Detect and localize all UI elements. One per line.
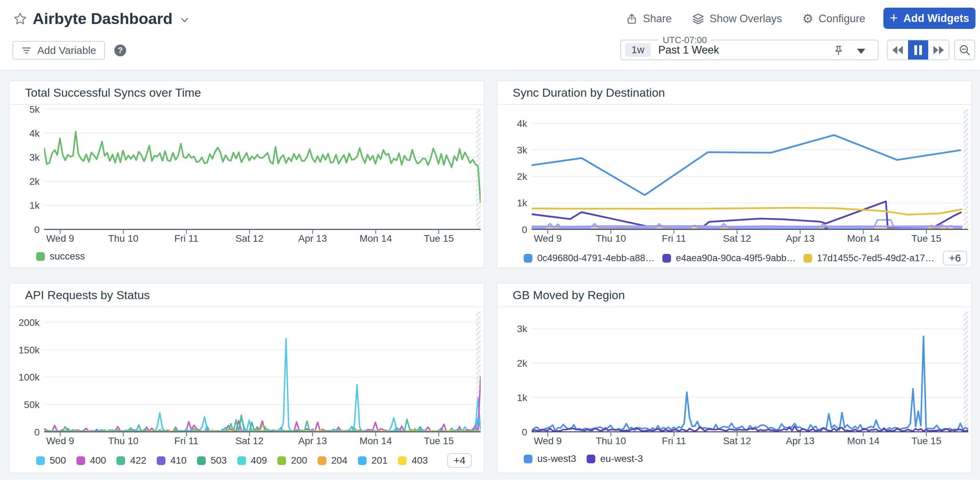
legend-swatch — [398, 456, 407, 465]
y-tick-label: 2k — [517, 358, 528, 369]
y-tick-label: 4k — [517, 118, 528, 129]
legend-item[interactable]: 409 — [237, 455, 267, 466]
series-line — [44, 339, 480, 432]
x-tick-label: Fri 11 — [662, 435, 686, 446]
series-line — [44, 132, 480, 203]
total-successful-syncs-chart[interactable]: 01k2k3k4k5kWed 9Thu 10Fri 11Sat 12Apr 13… — [10, 105, 485, 269]
y-tick-label: 3k — [517, 145, 528, 155]
legend-item[interactable]: 400 — [76, 455, 107, 466]
x-tick-label: Thu 10 — [596, 233, 626, 244]
legend-item[interactable]: 500 — [36, 455, 66, 466]
legend-label: e4aea90a-90ca-49f5-9abb… — [676, 253, 796, 264]
legend-swatch — [662, 254, 671, 263]
legend-item[interactable]: us-west3 — [524, 453, 576, 464]
legend-label: us-west3 — [537, 453, 576, 464]
legend-swatch — [157, 456, 165, 465]
configure-button[interactable]: ⚙ Configure — [802, 13, 865, 25]
legend-item[interactable]: 200 — [277, 455, 307, 466]
sync-duration-legend: 0c49680d-4791-4ebb-a88…e4aea90a-90ca-49f… — [497, 251, 971, 265]
legend-more-badge[interactable]: +4 — [447, 453, 472, 468]
x-tick-label: Wed 9 — [46, 435, 74, 446]
zoom-out-button[interactable] — [954, 40, 975, 60]
x-tick-label: Mon 14 — [360, 233, 391, 244]
x-tick-label: Tue 15 — [912, 233, 942, 244]
chevron-down-icon[interactable] — [180, 15, 189, 25]
legend-swatch — [524, 454, 532, 463]
add-widgets-label: Add Widgets — [904, 12, 969, 25]
legend-label: 0c49680d-4791-4ebb-a88… — [537, 253, 655, 264]
legend-item[interactable]: 410 — [157, 455, 187, 466]
widget-total-successful-syncs: Total Successful Syncs over Time 01k2k3k… — [9, 80, 484, 268]
legend-label: 403 — [412, 455, 428, 466]
x-tick-label: Thu 10 — [108, 233, 138, 244]
incomplete-data-hatch — [964, 109, 968, 230]
legend-item[interactable]: 17d1455c-7ed5-49d2-a17… — [803, 253, 934, 264]
legend-item[interactable]: success — [36, 251, 85, 262]
legend-label: 422 — [130, 455, 146, 466]
fast-forward-icon — [933, 45, 945, 55]
add-variable-label: Add Variable — [37, 45, 96, 56]
y-tick-label: 100k — [18, 372, 40, 383]
legend-item[interactable]: 204 — [318, 455, 347, 466]
pin-icon[interactable] — [833, 45, 845, 56]
x-tick-label: Apr 13 — [298, 435, 327, 446]
gb-moved-chart[interactable]: 01k2k3kWed 9Thu 10Fri 11Sat 12Apr 13Mon … — [497, 308, 973, 474]
share-button[interactable]: Share — [626, 13, 672, 25]
rewind-icon — [892, 45, 904, 55]
legend-label: 201 — [372, 455, 388, 466]
fast-forward-button[interactable] — [928, 40, 949, 59]
zoom-out-icon — [958, 44, 971, 56]
y-tick-label: 1k — [517, 198, 528, 208]
y-tick-label: 2k — [517, 171, 528, 182]
x-tick-label: Sat 12 — [235, 233, 263, 244]
widget-api-requests-by-status: API Requests by Status 050k100k150k200kW… — [9, 283, 484, 474]
legend-item[interactable]: 503 — [197, 455, 227, 466]
y-tick-label: 0 — [34, 427, 40, 438]
y-tick-label: 200k — [18, 317, 40, 328]
sync-duration-chart[interactable]: 01k2k3k4kWed 9Thu 10Fri 11Sat 12Apr 13Mo… — [497, 105, 973, 269]
legend-more-badge[interactable]: +6 — [943, 251, 967, 265]
legend-item[interactable]: 403 — [398, 455, 428, 466]
time-range-picker[interactable]: UTC-07:00 1w Past 1 Week — [620, 40, 878, 60]
x-tick-label: Apr 13 — [786, 435, 815, 446]
add-widgets-button[interactable]: + Add Widgets — [883, 8, 975, 29]
x-tick-label: Fri 11 — [662, 233, 686, 244]
show-overlays-button[interactable]: Show Overlays — [692, 13, 782, 25]
y-tick-label: 5k — [29, 105, 40, 115]
legend-item[interactable]: 422 — [116, 455, 146, 466]
y-tick-label: 0 — [34, 224, 40, 235]
legend-label: 204 — [331, 455, 347, 466]
legend-label: 409 — [251, 455, 267, 466]
rewind-button[interactable] — [888, 40, 908, 59]
star-icon[interactable] — [13, 12, 27, 26]
y-tick-label: 2k — [29, 176, 40, 187]
pause-icon — [914, 45, 923, 55]
add-variable-button[interactable]: Add Variable — [13, 41, 105, 59]
show-overlays-label: Show Overlays — [710, 13, 782, 25]
legend-item[interactable]: 201 — [358, 455, 388, 466]
dashboard-page: Airbyte Dashboard Add Variable ? Share — [0, 0, 980, 480]
legend-label: 400 — [90, 455, 107, 466]
api-requests-chart[interactable]: 050k100k150k200kWed 9Thu 10Fri 11Sat 12A… — [10, 308, 485, 474]
legend-swatch — [36, 252, 45, 261]
legend-label: 410 — [170, 455, 187, 466]
dashboard-title-row: Airbyte Dashboard — [13, 8, 189, 30]
x-tick-label: Thu 10 — [596, 435, 626, 446]
api-requests-legend: 500400422410503409200204201403+4 — [10, 453, 484, 468]
total-successful-syncs-legend: success — [10, 251, 484, 262]
legend-item[interactable]: e4aea90a-90ca-49f5-9abb… — [662, 253, 796, 264]
y-tick-label: 150k — [18, 345, 40, 356]
time-range-chip[interactable]: 1w — [625, 43, 651, 57]
help-icon[interactable]: ? — [115, 45, 126, 56]
legend-item[interactable]: 0c49680d-4791-4ebb-a88… — [524, 253, 655, 264]
x-tick-label: Fri 11 — [175, 435, 199, 446]
legend-label: 17d1455c-7ed5-49d2-a17… — [817, 253, 934, 264]
x-tick-label: Mon 14 — [847, 233, 879, 244]
x-tick-label: Thu 10 — [108, 435, 138, 446]
pause-button[interactable] — [908, 40, 929, 59]
legend-item[interactable]: eu-west-3 — [587, 453, 643, 464]
widget-title: Sync Duration by Destination — [497, 81, 971, 105]
legend-swatch — [197, 456, 206, 465]
x-tick-label: Mon 14 — [847, 435, 879, 446]
x-tick-label: Sat 12 — [723, 435, 751, 446]
